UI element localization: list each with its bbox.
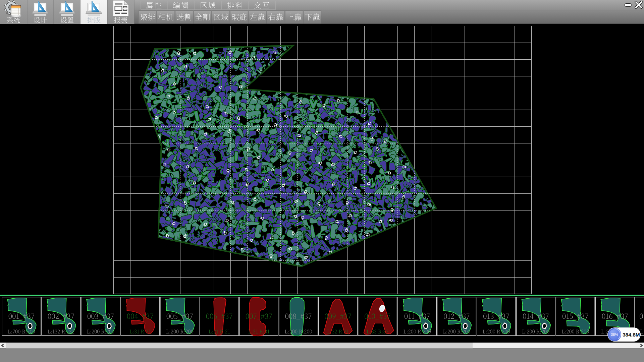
svg-text:38%: 38% xyxy=(611,333,618,337)
svg-text:384.8M: 384.8M xyxy=(623,332,640,338)
